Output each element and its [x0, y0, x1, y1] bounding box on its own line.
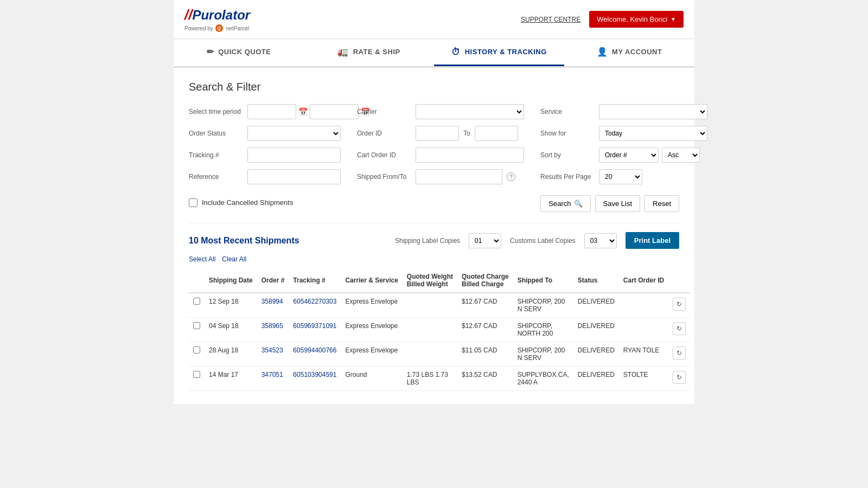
nav-history-tracking[interactable]: ⏱ HISTORY & TRACKING — [434, 39, 564, 66]
clock-icon: ⏱ — [451, 47, 461, 57]
pencil-icon: ✏ — [207, 47, 214, 57]
row-action-cell: ↻ — [668, 342, 690, 367]
select-all-link[interactable]: Select All — [189, 255, 215, 263]
row-refresh-button[interactable]: ↻ — [673, 371, 686, 384]
order-num-link[interactable]: 354523 — [261, 346, 283, 354]
cart-order-id-row: Cart Order ID — [357, 147, 524, 163]
table-row: 04 Sep 18 358965 605969371091 Express En… — [189, 318, 690, 342]
help-icon[interactable]: ? — [507, 172, 515, 181]
select-clear-row: Select All Clear All — [189, 255, 679, 263]
time-period-row: Select time period 📅 📅 — [189, 104, 341, 119]
shipped-from-to-input[interactable] — [416, 169, 502, 184]
shipping-label-copies-select[interactable]: 01 02 03 — [469, 233, 501, 248]
customs-label-copies-label: Customs Label Copies — [510, 237, 576, 245]
search-icon: 🔍 — [574, 200, 583, 208]
row-tracking-num: 605103904591 — [289, 367, 341, 391]
reference-input[interactable] — [247, 169, 341, 184]
results-per-page-label: Results Per Page — [540, 173, 595, 181]
filter-col-2: Carrier Order ID To Cart Order ID Ship — [357, 104, 524, 184]
include-cancelled-checkbox[interactable] — [189, 198, 197, 207]
row-checkbox[interactable] — [193, 371, 200, 378]
caret-down-icon: ▼ — [671, 16, 676, 22]
cart-order-id-input[interactable] — [416, 147, 524, 163]
include-cancelled-row: Include Cancelled Shipments — [189, 198, 293, 207]
tracking-num-link[interactable]: 605969371091 — [293, 322, 336, 330]
row-status: DELIVERED — [573, 293, 619, 318]
nav-my-account[interactable]: 👤 MY ACCOUNT — [564, 39, 694, 66]
carrier-label: Carrier — [357, 108, 411, 115]
row-refresh-button[interactable]: ↻ — [673, 346, 686, 359]
row-carrier-service: Express Envelope — [341, 318, 402, 342]
print-label-button[interactable]: Print Label — [626, 232, 679, 249]
row-tracking-num: 605994400766 — [289, 342, 341, 367]
filter-col-1: Select time period 📅 📅 Order Status — [189, 104, 341, 184]
order-status-select[interactable] — [247, 126, 341, 141]
order-id-input[interactable] — [416, 126, 459, 141]
col-quoted-charge: Quoted ChargeBilled Charge — [457, 268, 513, 293]
results-per-page-row: Results Per Page 10 20 50 100 — [540, 169, 707, 184]
row-carrier-service: Express Envelope — [341, 342, 402, 367]
row-quoted-weight: 1.73 LBS 1.73 LBS — [403, 367, 457, 391]
results-header: 10 Most Recent Shipments Shipping Label … — [189, 232, 679, 249]
show-for-select[interactable]: Today Last 7 Days Last 30 Days — [599, 126, 707, 141]
time-period-start-input[interactable] — [247, 104, 296, 119]
clear-all-link[interactable]: Clear All — [222, 255, 246, 263]
row-checkbox-cell — [189, 342, 205, 367]
reference-label: Reference — [189, 173, 243, 181]
row-shipping-date: 14 Mar 17 — [205, 367, 257, 391]
tracking-label: Tracking # — [189, 151, 243, 159]
include-cancelled-label: Include Cancelled Shipments — [202, 198, 293, 207]
results-title: 10 Most Recent Shipments — [189, 236, 299, 246]
row-quoted-charge: $12.67 CAD — [457, 318, 513, 342]
row-carrier-service: Ground — [341, 367, 402, 391]
save-list-button[interactable]: Save List — [595, 195, 640, 212]
row-refresh-button[interactable]: ↻ — [673, 322, 686, 335]
welcome-button[interactable]: Welcome, Kevin Bonci ▼ — [589, 11, 684, 28]
table-row: 28 Aug 18 354523 605994400766 Express En… — [189, 342, 690, 367]
row-refresh-button[interactable]: ↻ — [673, 298, 686, 311]
tracking-num-link[interactable]: 605462270303 — [293, 298, 336, 305]
row-status: DELIVERED — [573, 342, 619, 367]
table-header-row: Shipping Date Order # Tracking # Carrier… — [189, 268, 690, 293]
calendar-start-icon[interactable]: 📅 — [298, 107, 308, 116]
show-for-row: Show for Today Last 7 Days Last 30 Days — [540, 126, 707, 141]
col-shipping-date: Shipping Date — [205, 268, 257, 293]
customs-label-copies-select[interactable]: 01 02 03 — [584, 233, 617, 248]
order-num-link[interactable]: 358965 — [261, 322, 283, 330]
nav-quick-quote[interactable]: ✏ QUICK QUOTE — [174, 39, 304, 66]
search-button[interactable]: Search 🔍 — [540, 195, 590, 212]
tracking-input[interactable] — [247, 147, 341, 163]
tracking-num-link[interactable]: 605103904591 — [293, 371, 336, 378]
navigation: ✏ QUICK QUOTE 🚛 RATE & SHIP ⏱ HISTORY & … — [174, 39, 694, 67]
order-num-link[interactable]: 358994 — [261, 298, 283, 305]
results-per-page-select[interactable]: 10 20 50 100 — [599, 169, 642, 184]
col-shipped-to: Shipped To — [513, 268, 573, 293]
order-id-to-input[interactable] — [475, 126, 518, 141]
service-select[interactable] — [599, 104, 707, 119]
row-shipping-date: 04 Sep 18 — [205, 318, 257, 342]
label-copies-group: Shipping Label Copies 01 02 03 Customs L… — [395, 232, 679, 249]
row-checkbox[interactable] — [193, 322, 200, 329]
row-checkbox[interactable] — [193, 346, 200, 354]
person-icon: 👤 — [597, 47, 608, 57]
shipments-table: Shipping Date Order # Tracking # Carrier… — [189, 268, 690, 391]
order-num-link[interactable]: 347051 — [261, 371, 283, 378]
time-period-end-input[interactable] — [310, 104, 359, 119]
reset-button[interactable]: Reset — [644, 195, 679, 212]
checkbox-actions-row: Include Cancelled Shipments Search 🔍 Sav… — [189, 191, 679, 212]
carrier-select[interactable] — [416, 104, 524, 119]
row-shipped-to: SUPPLYBOX.CA, 2440 A — [513, 367, 573, 391]
section-title: Search & Filter — [189, 81, 679, 93]
carrier-row: Carrier — [357, 104, 524, 119]
row-checkbox[interactable] — [193, 298, 200, 305]
sort-order-select[interactable]: Asc Desc — [662, 147, 700, 163]
row-status: DELIVERED — [573, 367, 619, 391]
row-quoted-charge: $11.05 CAD — [457, 342, 513, 367]
tracking-num-link[interactable]: 605994400766 — [293, 346, 336, 354]
support-centre-link[interactable]: SUPPORT CENTRE — [521, 16, 580, 23]
row-quoted-weight — [403, 293, 457, 318]
filter-section: Select time period 📅 📅 Order Status — [189, 104, 679, 184]
netparcel-text: netParcel — [226, 25, 249, 31]
sort-by-select[interactable]: Order # Date Status — [599, 147, 659, 163]
nav-rate-ship[interactable]: 🚛 RATE & SHIP — [304, 39, 434, 66]
